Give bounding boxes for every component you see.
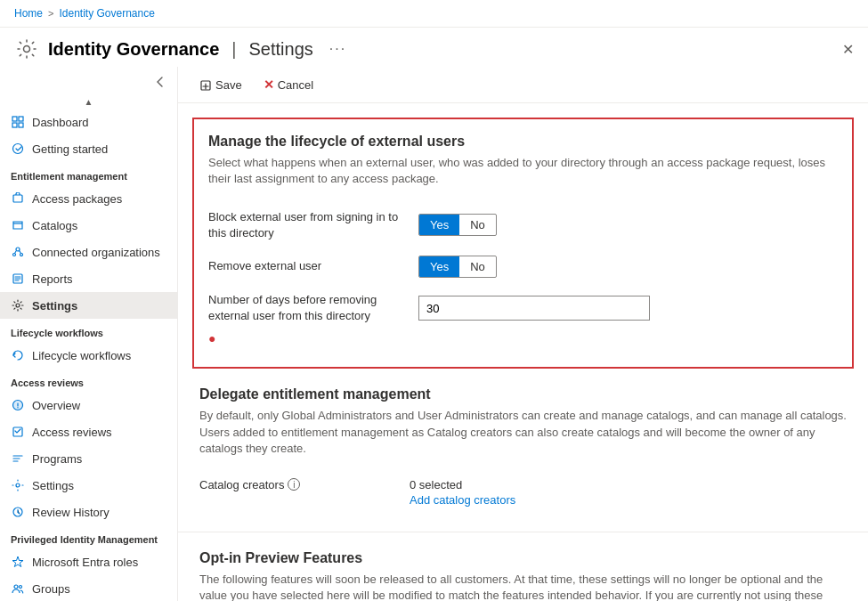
breadcrumb-separator: > [48,8,53,19]
page-subtitle: Settings [248,39,312,60]
connected-orgs-icon [11,245,25,259]
svg-point-11 [16,304,20,307]
dashboard-icon [11,115,25,129]
block-user-toggle[interactable]: Yes No [418,214,497,236]
remove-user-row: Remove external user Yes No [208,248,838,285]
reports-icon [11,272,25,286]
toolbar: Save ✕ Cancel [178,67,868,103]
catalogs-icon [11,218,25,232]
sidebar-item-access-packages[interactable]: Access packages [0,185,177,212]
save-icon [199,77,212,92]
svg-rect-6 [13,195,22,202]
collapse-button[interactable] [150,70,170,92]
sidebar-item-connected-organizations[interactable]: Connected organizations [0,239,177,265]
days-row: Number of days before removing external … [208,285,838,353]
save-button[interactable]: Save [192,74,249,95]
entra-icon [11,555,25,569]
block-no-button[interactable]: No [459,215,496,235]
catalog-creators-label: Catalog creators i [199,478,395,491]
sidebar-item-catalogs[interactable]: Catalogs [0,212,177,239]
sidebar-label-overview: Overview [32,399,80,412]
optin-section: Opt-in Preview Features The following fe… [178,532,868,601]
sidebar-label-dashboard: Dashboard [32,116,89,129]
scroll-up-indicator: ▲ [0,95,177,109]
svg-point-17 [20,586,22,589]
block-yes-button[interactable]: Yes [419,215,459,235]
days-input[interactable] [418,296,650,321]
svg-point-9 [20,254,23,256]
overview-icon [11,398,25,412]
review-history-icon [11,505,25,519]
svg-point-0 [24,46,30,53]
remove-yes-button[interactable]: Yes [419,256,459,277]
delegate-title: Delegate entitlement management [199,386,847,402]
svg-point-15 [16,483,20,487]
sidebar-item-access-reviews[interactable]: Access reviews [0,418,177,445]
optin-title: Opt-in Preview Features [199,550,847,566]
sidebar-label-getting-started: Getting started [32,142,108,156]
sidebar-item-ar-settings[interactable]: Settings [0,472,177,499]
add-catalog-creators-link[interactable]: Add catalog creators [410,493,515,507]
sidebar-item-lifecycle-workflows[interactable]: Lifecycle workflows [0,342,177,369]
svg-point-8 [13,254,16,256]
sidebar-label-programs: Programs [32,452,82,466]
catalog-count: 0 selected [410,478,515,491]
cancel-icon: ✕ [264,77,274,92]
sidebar-item-programs[interactable]: Programs [0,445,177,472]
remove-user-label: Remove external user [208,258,404,274]
sidebar-item-review-history[interactable]: Review History [0,499,177,525]
page-title-app: Identity Governance [48,39,219,60]
sidebar-item-getting-started[interactable]: Getting started [0,135,177,162]
sidebar-label-entra-roles: Microsoft Entra roles [32,556,138,569]
sidebar-item-settings[interactable]: Settings [0,292,177,319]
svg-rect-4 [19,123,23,127]
content-area: Save ✕ Cancel Manage the lifecycle of ex… [178,67,868,601]
access-packages-icon [11,191,25,206]
sidebar-item-reports[interactable]: Reports [0,265,177,292]
lifecycle-section: Manage the lifecycle of external users S… [192,118,854,369]
groups-icon [11,581,25,596]
sidebar: ▲ Dashboard Getting started Entitlement … [0,67,178,601]
cancel-button[interactable]: ✕ Cancel [256,74,320,95]
breadcrumb-home[interactable]: Home [14,7,43,20]
getting-started-icon [11,142,25,156]
sidebar-label-groups: Groups [32,582,70,596]
sidebar-label-catalogs: Catalogs [32,219,77,232]
page-header: Identity Governance | Settings ··· ✕ [0,28,868,67]
catalog-creators-value: 0 selected Add catalog creators [410,478,515,507]
sidebar-item-overview[interactable]: Overview [0,392,177,418]
sidebar-label-review-history: Review History [32,506,110,519]
page-header-icon [14,37,39,61]
section-entitlement: Entitlement management [0,162,177,185]
sidebar-label-settings: Settings [32,299,77,313]
catalog-info-icon[interactable]: i [288,478,300,491]
delegate-section: Delegate entitlement management By defau… [178,369,868,532]
lifecycle-title: Manage the lifecycle of external users [208,134,838,150]
section-access-reviews: Access reviews [0,369,177,392]
sidebar-item-entra-roles[interactable]: Microsoft Entra roles [0,548,177,575]
svg-rect-3 [12,123,17,127]
section-pim: Privileged Identity Management [0,525,177,548]
breadcrumb-current[interactable]: Identity Governance [59,7,154,20]
close-button[interactable]: ✕ [842,41,854,58]
sidebar-item-groups[interactable]: Groups [0,575,177,601]
access-reviews-icon [11,425,25,439]
programs-icon [11,451,25,466]
sidebar-item-dashboard[interactable]: Dashboard [0,109,177,135]
top-bar: Home > Identity Governance [0,0,868,28]
breadcrumb: Home > Identity Governance [14,7,155,20]
sidebar-label-connected-orgs: Connected organizations [32,246,160,259]
page-title-divider: | [231,39,236,60]
sidebar-label-ar-settings: Settings [32,479,74,492]
svg-rect-2 [19,117,23,121]
sidebar-collapse[interactable] [0,67,177,95]
more-options-button[interactable]: ··· [329,41,346,57]
catalog-creators-row: Catalog creators i 0 selected Add catalo… [199,471,847,514]
optin-desc: The following features will soon be rele… [199,572,847,601]
remove-no-button[interactable]: No [459,256,496,277]
delegate-desc: By default, only Global Administrators a… [199,408,847,457]
remove-user-toggle[interactable]: Yes No [418,256,497,278]
main-layout: ▲ Dashboard Getting started Entitlement … [0,67,868,601]
sidebar-label-reports: Reports [32,272,73,286]
svg-point-5 [13,144,23,154]
